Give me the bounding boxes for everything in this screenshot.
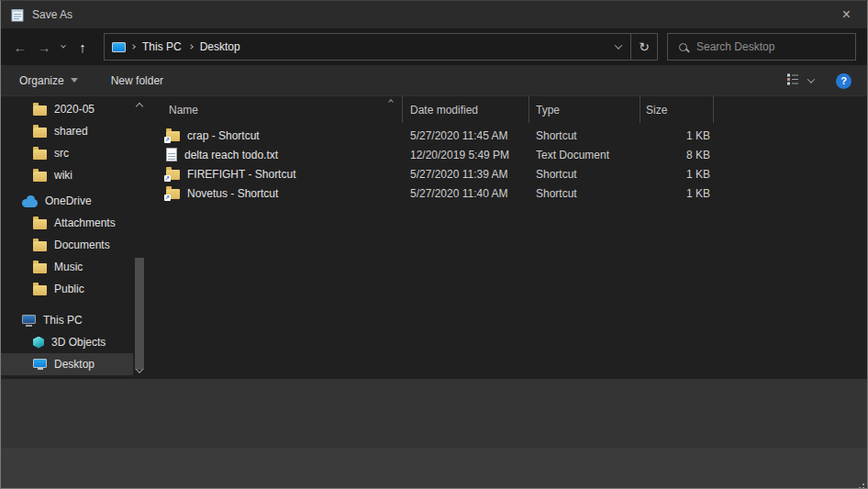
column-header-type[interactable]: Type [529,96,640,123]
sidebar-item-onedrive[interactable]: OneDrive [1,190,133,212]
recent-locations-button[interactable] [56,33,71,61]
type-cell: Shortcut [529,168,640,181]
new-folder-button[interactable]: New folder [104,65,171,95]
forward-button[interactable]: → [32,33,56,61]
breadcrumb-this-pc[interactable]: This PC [140,40,184,53]
column-header-date-modified[interactable]: Date modified [403,96,529,123]
up-button[interactable]: ↑ [71,33,95,61]
change-view-button[interactable] [785,72,800,89]
scroll-up-icon[interactable] [136,103,143,110]
footer-bar: Hide Folders Encoding: UTF-8 Save Cancel [1,448,867,488]
sidebar-item-label: Music [54,261,83,273]
pc-icon [22,315,36,324]
folder-icon [33,241,47,251]
date-modified-cell: 12/20/2019 5:49 PM [403,149,529,161]
desktop-icon [33,359,47,368]
resize-grip[interactable] [862,483,864,485]
sidebar-item-label: src [54,147,69,160]
folder-shortcut-icon [166,131,180,141]
file-row[interactable]: delta reach todo.txt12/20/2019 5:49 PMTe… [148,145,867,164]
file-name: delta reach todo.txt [184,149,278,161]
help-icon: ? [840,75,847,86]
sidebar-item-wiki[interactable]: wiki [1,164,133,186]
back-icon: ← [14,39,28,55]
date-modified-cell: 5/27/2020 11:45 AM [403,129,529,142]
column-label: Size [646,104,667,117]
toolbar-right-group: ? [785,65,851,96]
date-modified-cell: 5/27/2020 11:40 AM [403,187,529,200]
scrollbar-thumb[interactable] [135,258,144,370]
size-cell: 1 KB [640,187,714,200]
search-icon [679,43,687,51]
sidebar-item-shared[interactable]: shared [1,120,133,142]
folder-icon [33,285,47,295]
save-as-dialog: Save As × ← → ↑ This PC Desktop ↻ [0,0,868,489]
window-title: Save As [32,8,72,21]
column-label: Name [169,104,198,117]
sidebar-item-3d-objects[interactable]: 3D Objects [1,331,133,353]
file-rows: crap - Shortcut5/27/2020 11:45 AMShortcu… [148,123,867,203]
column-header-name[interactable]: Name [148,96,403,123]
sidebar-scrollbar[interactable] [134,96,146,379]
file-name: Novetus - Shortcut [187,187,278,200]
file-row[interactable]: crap - Shortcut5/27/2020 11:45 AMShortcu… [148,126,867,145]
chevron-down-icon [61,43,66,49]
new-folder-label: New folder [111,74,163,87]
up-icon: ↑ [79,39,86,55]
organize-label: Organize [19,74,64,87]
folder-shortcut-icon [166,189,180,199]
breadcrumb-desktop[interactable]: Desktop [198,40,242,53]
folder-icon [33,263,47,273]
close-button[interactable]: × [826,1,867,28]
refresh-button[interactable]: ↻ [630,33,658,61]
this-pc-icon [112,42,126,52]
organize-button[interactable]: Organize [12,65,85,95]
sidebar-item-2020-05[interactable]: 2020-05 [1,98,133,120]
address-bar[interactable]: This PC Desktop [104,33,631,61]
folder-icon [33,219,47,229]
column-headers: Name Date modified Type Size [148,96,867,123]
title-bar: Save As × [1,1,867,28]
main-area: 2020-05sharedsrcwikiOneDriveAttachmentsD… [1,96,867,379]
views-dropdown-icon[interactable] [807,75,815,83]
file-name: crap - Shortcut [187,129,260,142]
sidebar-item-label: This PC [43,314,83,327]
cloud-icon [22,199,38,207]
type-cell: Text Document [529,149,640,161]
file-name-cell: Novetus - Shortcut [148,187,403,200]
sidebar-item-desktop[interactable]: Desktop [1,353,133,375]
search-input[interactable]: Search Desktop [667,33,856,61]
back-button[interactable]: ← [8,33,32,61]
size-cell: 8 KB [640,149,714,161]
type-cell: Shortcut [529,187,640,200]
breadcrumb-separator-icon [130,44,136,50]
column-label: Type [536,104,560,117]
sidebar-item-src[interactable]: src [1,142,133,164]
sidebar-item-label: Documents [54,239,110,251]
folder-icon [33,150,47,160]
folder-icon [33,128,47,138]
address-dropdown-icon[interactable] [615,41,622,49]
folder-icon [33,106,47,116]
sidebar-item-documents[interactable]: Documents [1,234,133,256]
navigation-pane: 2020-05sharedsrcwikiOneDriveAttachmentsD… [1,96,148,379]
sidebar-item-this-pc[interactable]: This PC [1,309,133,331]
sidebar-item-music[interactable]: Music [1,256,133,278]
sidebar-item-label: shared [54,125,88,138]
file-list: Name Date modified Type Size crap - Shor… [148,96,867,379]
dropdown-arrow-icon [71,78,78,83]
search-placeholder: Search Desktop [696,40,774,53]
sort-ascending-icon [388,99,394,105]
size-cell: 1 KB [640,168,714,181]
refresh-icon: ↻ [639,39,650,54]
navigation-bar: ← → ↑ This PC Desktop ↻ Search Desktop [1,28,867,65]
file-row[interactable]: Novetus - Shortcut5/27/2020 11:40 AMShor… [148,183,867,203]
sidebar-item-public[interactable]: Public [1,278,133,300]
type-cell: Shortcut [529,129,640,142]
column-header-size[interactable]: Size [640,96,714,123]
file-row[interactable]: FIREFIGHT - Shortcut5/27/2020 11:39 AMSh… [148,164,867,183]
help-button[interactable]: ? [836,73,851,89]
notepad-icon [10,7,25,22]
filename-panel: File name: Save as type: Text Documents … [1,379,867,448]
sidebar-item-attachments[interactable]: Attachments [1,212,133,234]
